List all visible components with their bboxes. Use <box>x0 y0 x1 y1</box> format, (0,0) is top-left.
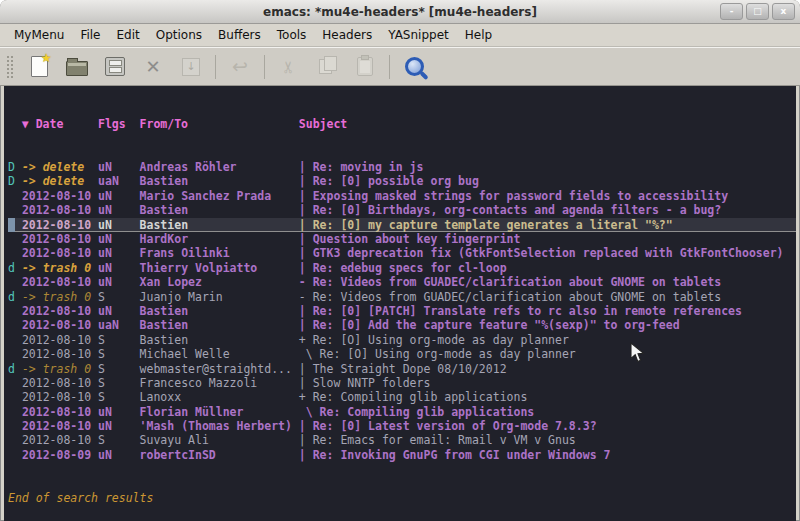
window-controls: - □ x <box>720 3 795 20</box>
mu4e-headers-buffer: ▼ Date Flgs From/To Subject D -> delete … <box>4 86 796 521</box>
mark-indicator <box>8 246 15 260</box>
message-flags-from: uaN Bastien <box>91 318 299 332</box>
message-row[interactable]: D -> delete uN Andreas Röhler | Re: movi… <box>8 160 796 174</box>
message-date: 2012-08-10 <box>22 275 91 289</box>
message-row[interactable]: 2012-08-10 uaN Bastien | Re: [0] Add the… <box>8 318 796 332</box>
message-subject: | Slow NNTP folders <box>299 376 431 390</box>
message-flags-from: uN Andreas Röhler <box>91 160 299 174</box>
message-subject: | Re: [0] Birthdays, org-contacts and ag… <box>299 203 721 217</box>
menu-tools[interactable]: Tools <box>269 26 315 44</box>
message-subject: + Re: [O] Using org-mode as day planner <box>299 333 569 347</box>
mark-indicator <box>8 318 15 332</box>
message-flags-from: uN robertcInSD <box>91 448 299 462</box>
toolbar-drag-handle[interactable] <box>6 55 14 79</box>
copy-button <box>312 53 342 81</box>
mark-indicator <box>8 405 15 419</box>
minimize-button[interactable]: - <box>720 3 743 20</box>
message-row[interactable]: 2012-08-10 uN 'Mash (Thomas Herbert) | R… <box>8 419 796 433</box>
header-line[interactable]: ▼ Date Flgs From/To Subject <box>8 117 796 131</box>
mark-indicator: d <box>8 261 15 275</box>
menu-file[interactable]: File <box>72 26 108 44</box>
new-file-button[interactable]: ★ <box>24 53 54 81</box>
mark-indicator <box>8 275 15 289</box>
message-row[interactable]: 2012-08-10 uN Bastien | Re: [0] Birthday… <box>8 203 796 217</box>
cut-icon: ✂ <box>281 60 297 73</box>
mark-indicator <box>8 433 15 447</box>
message-subject: + Re: Compiling glib applications <box>299 390 527 404</box>
message-row[interactable]: 2012-08-10 S Suvayu Ali | Re: Emacs for … <box>8 433 796 447</box>
save-icon <box>105 57 125 76</box>
message-date: 2012-08-10 <box>22 246 91 260</box>
menu-options[interactable]: Options <box>148 26 210 44</box>
message-row[interactable]: d -> trash 0 uN Thierry Volpiatto | Re: … <box>8 261 796 275</box>
message-subject: | Re: [0] Latest version of Org-mode 7.8… <box>299 419 597 433</box>
message-row[interactable]: 2012-08-10 S Michael Welle \ Re: [O] Usi… <box>8 347 796 361</box>
menu-bar: MyMenuFileEditOptionsBuffersToolsHeaders… <box>0 24 800 47</box>
toolbar-separator <box>264 55 265 79</box>
paste-icon <box>357 57 373 76</box>
mark-indicator <box>8 448 15 462</box>
message-row[interactable]: 2012-08-10 uN HardKor | Question about k… <box>8 232 796 246</box>
mark-indicator <box>8 218 15 232</box>
toolbar-separator <box>389 55 390 79</box>
menu-buffers[interactable]: Buffers <box>210 26 269 44</box>
message-row[interactable]: d -> trash 0 S webmaster@straightd... | … <box>8 362 796 376</box>
message-row[interactable]: 2012-08-10 uN Frans Oilinki | GTK3 depre… <box>8 246 796 260</box>
menu-mymenu[interactable]: MyMenu <box>6 26 72 44</box>
message-row[interactable]: 2012-08-10 uN Bastien | Re: [0] my captu… <box>8 218 796 232</box>
message-date: 2012-08-10 <box>22 419 91 433</box>
message-row[interactable]: 2012-08-10 uN Mario Sanchez Prada | Expo… <box>8 189 796 203</box>
mark-indicator <box>8 390 15 404</box>
search-button[interactable] <box>399 53 429 81</box>
window-title: emacs: *mu4e-headers* [mu4e-headers] <box>263 5 537 19</box>
mark-indicator: d <box>8 290 15 304</box>
message-subject: | Question about key fingerprint <box>299 232 521 246</box>
message-date: 2012-08-10 <box>22 232 91 246</box>
message-row[interactable]: 2012-08-10 uN Bastien | Re: [0] [PATCH] … <box>8 304 796 318</box>
message-row[interactable]: 2012-08-10 S Lanoxx + Re: Compiling glib… <box>8 390 796 404</box>
message-flags-from: uN Xan Lopez <box>91 275 299 289</box>
message-row[interactable]: 2012-08-09 uN robertcInSD | Re: Invoking… <box>8 448 796 462</box>
message-row[interactable]: 2012-08-10 uN Xan Lopez - Re: Videos fro… <box>8 275 796 289</box>
close-buffer-button[interactable]: ✕ <box>138 53 168 81</box>
message-subject: \ Re: Compiling glib applications <box>299 405 534 419</box>
message-date: 2012-08-10 <box>22 318 91 332</box>
message-flags-from: uN Bastien <box>91 203 299 217</box>
message-date: 2012-08-10 <box>22 218 91 232</box>
search-icon <box>405 57 424 76</box>
close-buffer-icon: ✕ <box>145 58 160 76</box>
message-row[interactable]: d -> trash 0 S Juanjo Marin - Re: Videos… <box>8 290 796 304</box>
message-date: -> trash 0 <box>22 362 91 376</box>
message-date: 2012-08-10 <box>22 390 91 404</box>
new-file-icon: ★ <box>31 56 48 77</box>
menu-headers[interactable]: Headers <box>314 26 380 44</box>
message-row[interactable]: 2012-08-10 uN Florian Müllner \ Re: Comp… <box>8 405 796 419</box>
message-subject: | Exposing masked strings for password f… <box>299 189 728 203</box>
message-flags-from: S Bastien <box>91 333 299 347</box>
message-flags-from: uN Bastien <box>91 304 299 318</box>
message-flags-from: S Juanjo Marin <box>91 290 299 304</box>
message-date: 2012-08-10 <box>22 376 91 390</box>
save-buffer-button[interactable] <box>100 53 130 81</box>
message-date: -> trash 0 <box>22 261 91 275</box>
open-folder-button[interactable] <box>62 53 92 81</box>
message-row[interactable]: 2012-08-10 S Francesco Mazzoli | Slow NN… <box>8 376 796 390</box>
close-button[interactable]: x <box>772 3 795 20</box>
message-row[interactable]: 2012-08-10 S Bastien + Re: [O] Using org… <box>8 333 796 347</box>
menu-yasnippet[interactable]: YASnippet <box>380 26 457 44</box>
maximize-button[interactable]: □ <box>746 3 769 20</box>
end-of-search-results: End of search results <box>8 491 796 505</box>
message-date: 2012-08-10 <box>22 189 91 203</box>
mark-indicator <box>8 419 15 433</box>
message-list-area[interactable]: ▼ Date Flgs From/To Subject D -> delete … <box>4 86 796 521</box>
title-bar[interactable]: emacs: *mu4e-headers* [mu4e-headers] - □… <box>0 0 800 24</box>
message-subject: | GTK3 deprecation fix (GtkFontSelection… <box>299 246 784 260</box>
message-subject: | Re: [0] possible org bug <box>299 174 479 188</box>
tool-bar: ★ ✕ ↓ ↩ ✂ <box>0 47 800 86</box>
menu-help[interactable]: Help <box>457 26 500 44</box>
message-subject: | The Straight Dope 08/10/2012 <box>299 362 507 376</box>
message-row[interactable]: D -> delete uaN Bastien | Re: [0] possib… <box>8 174 796 188</box>
message-date: -> delete <box>22 174 91 188</box>
menu-edit[interactable]: Edit <box>109 26 148 44</box>
message-date: 2012-08-10 <box>22 433 91 447</box>
